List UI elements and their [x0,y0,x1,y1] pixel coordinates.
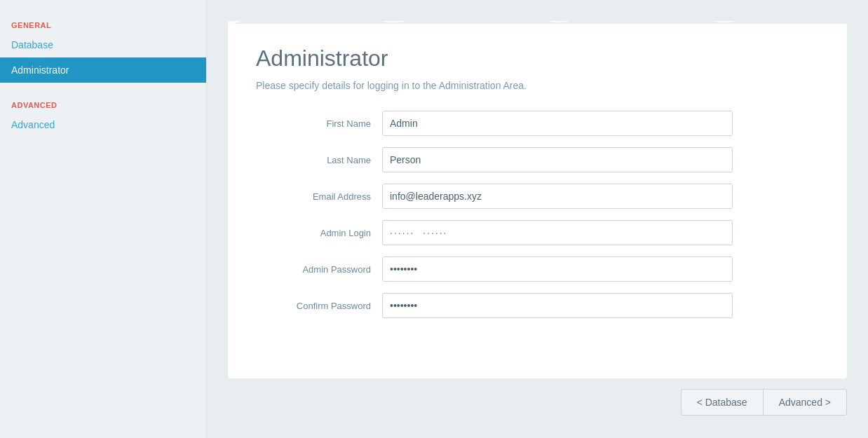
form-row-first-name: First Name [256,111,819,136]
form-row-email: Email Address [256,184,819,209]
label-admin-login: Admin Login [256,228,382,238]
bottom-navigation: < Database Advanced > [228,378,847,416]
input-first-name[interactable] [382,111,733,136]
admin-form: First Name Last Name Email Address Admin… [256,111,819,318]
input-admin-login[interactable] [382,220,733,245]
sidebar-item-administrator[interactable]: Administrator [0,57,206,83]
label-confirm-password: Confirm Password [256,301,382,311]
label-admin-password: Admin Password [256,264,382,275]
form-row-confirm-password: Confirm Password [256,293,819,318]
label-email: Email Address [256,191,382,202]
label-first-name: First Name [256,118,382,129]
form-row-admin-login: Admin Login [256,220,819,245]
main-content: Administrator Please specify details for… [207,0,868,438]
input-confirm-password[interactable] [382,293,733,318]
page-description: Please specify details for logging in to… [256,80,819,91]
input-last-name[interactable] [382,147,733,172]
card-wave-decoration [228,8,847,24]
input-admin-password[interactable] [382,256,733,282]
form-row-admin-password: Admin Password [256,256,819,282]
sidebar-section-advanced: ADVANCED [0,94,206,112]
sidebar-section-general: GENERAL [0,14,206,32]
sidebar-item-advanced[interactable]: Advanced [0,112,206,137]
content-card: Administrator Please specify details for… [228,21,847,378]
form-row-last-name: Last Name [256,147,819,172]
back-button[interactable]: < Database [681,389,763,416]
sidebar: GENERAL Database Administrator ADVANCED … [0,0,207,438]
input-email[interactable] [382,184,733,209]
forward-button[interactable]: Advanced > [763,389,847,416]
page-title: Administrator [256,46,819,71]
label-last-name: Last Name [256,155,382,165]
sidebar-item-database[interactable]: Database [0,32,206,57]
